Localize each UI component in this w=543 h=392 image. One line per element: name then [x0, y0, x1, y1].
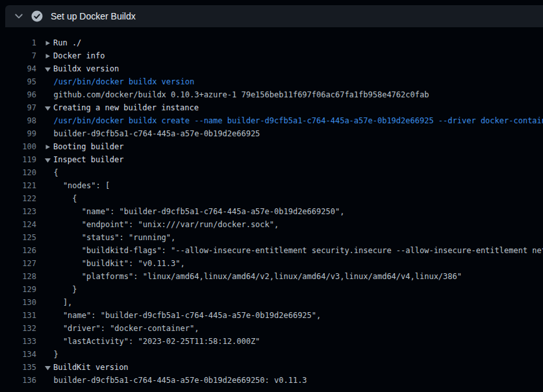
log-text-output: {	[44, 192, 77, 205]
log-line: 99 builder-d9cfb5a1-c764-445a-a57e-0b19d…	[0, 127, 543, 140]
log-line: 130 ],	[0, 296, 543, 309]
log-line: 97Creating a new builder instance	[0, 101, 543, 114]
line-number[interactable]: 130	[0, 296, 36, 309]
triangle-down-icon	[44, 104, 51, 112]
group-title: Buildx version	[53, 62, 119, 75]
log-text-output: ],	[44, 296, 72, 309]
group-title: Run ./	[53, 36, 81, 49]
log-line: 96 github.com/docker/buildx 0.10.3+azure…	[0, 88, 543, 101]
log-line: 129 }	[0, 283, 543, 296]
log-group-header[interactable]: BuildKit version	[44, 361, 129, 374]
log-line: 131 "name": "builder-d9cfb5a1-c764-445a-…	[0, 309, 543, 322]
log-line: 119Inspect builder	[0, 153, 543, 166]
log-line: 120 {	[0, 166, 543, 179]
log-line: 126 "buildkitd-flags": "--allow-insecure…	[0, 244, 543, 257]
group-title: BuildKit version	[53, 361, 129, 374]
log-text-output: "driver": "docker-container",	[44, 322, 199, 335]
log-line: 133 "lastActivity": "2023-02-25T11:58:12…	[0, 335, 543, 348]
log-line: 135BuildKit version	[0, 361, 543, 374]
log-text-output: builder-d9cfb5a1-c764-445a-a57e-0b19d2e6…	[44, 127, 260, 140]
line-number[interactable]: 121	[0, 179, 36, 192]
log-line: 1Run ./	[0, 36, 543, 49]
line-number[interactable]: 95	[0, 75, 36, 88]
line-number[interactable]: 129	[0, 283, 36, 296]
log-line: 95 /usr/bin/docker buildx version	[0, 75, 543, 88]
log-group-header[interactable]: Creating a new builder instance	[44, 101, 199, 114]
line-number[interactable]: 131	[0, 309, 36, 322]
log-text-output: }	[44, 348, 58, 361]
log-text-output: builder-d9cfb5a1-c764-445a-a57e-0b19d2e6…	[44, 374, 307, 387]
triangle-down-icon	[44, 66, 51, 73]
check-circle-icon	[31, 10, 43, 22]
log-line: 121 "nodes": [	[0, 179, 543, 192]
log-line: 94Buildx version	[0, 62, 543, 75]
line-number[interactable]: 132	[0, 322, 36, 335]
step-header[interactable]: Set up Docker Buildx	[5, 5, 543, 27]
log-text-output: "name": "builder-d9cfb5a1-c764-445a-a57e…	[44, 205, 344, 218]
line-number[interactable]: 122	[0, 192, 36, 205]
log-line: 136 builder-d9cfb5a1-c764-445a-a57e-0b19…	[0, 374, 543, 387]
triangle-down-icon	[44, 364, 51, 371]
log-text-output: "status": "running",	[44, 231, 175, 244]
line-number[interactable]: 1	[0, 36, 36, 49]
group-title: Creating a new builder instance	[53, 101, 199, 114]
line-number[interactable]: 133	[0, 335, 36, 348]
log-line: 123 "name": "builder-d9cfb5a1-c764-445a-…	[0, 205, 543, 218]
log-line: 128 "platforms": "linux/amd64,linux/amd6…	[0, 270, 543, 283]
log-line: 122 {	[0, 192, 543, 205]
log-text-output: "lastActivity": "2023-02-25T11:58:12.000…	[44, 335, 260, 348]
line-number[interactable]: 134	[0, 348, 36, 361]
log-group-header[interactable]: Buildx version	[44, 62, 119, 75]
log-line: 98 /usr/bin/docker buildx create --name …	[0, 114, 543, 127]
triangle-right-icon	[44, 40, 51, 47]
log-group-header[interactable]: Inspect builder	[44, 153, 123, 166]
log-text-output: github.com/docker/buildx 0.10.3+azure-1 …	[44, 88, 429, 101]
triangle-down-icon	[44, 156, 51, 164]
triangle-right-icon	[44, 53, 51, 60]
chevron-down-icon[interactable]	[14, 11, 24, 21]
log-line: 100Booting builder	[0, 140, 543, 153]
line-number[interactable]: 127	[0, 257, 36, 270]
log-text-command: /usr/bin/docker buildx version	[44, 75, 194, 88]
line-number[interactable]: 96	[0, 88, 36, 101]
log-group-header[interactable]: Docker info	[44, 49, 105, 62]
log-text-output: "buildkit": "v0.11.3",	[44, 257, 185, 270]
log-text-output: }	[44, 283, 77, 296]
line-number[interactable]: 128	[0, 270, 36, 283]
line-number[interactable]: 94	[0, 62, 36, 75]
line-number[interactable]: 126	[0, 244, 36, 257]
line-number[interactable]: 100	[0, 140, 36, 153]
step-title: Set up Docker Buildx	[51, 11, 136, 21]
line-number[interactable]: 7	[0, 49, 36, 62]
log-text-output: "platforms": "linux/amd64,linux/amd64/v2…	[44, 270, 462, 283]
log-area: 1Run ./7Docker info94Buildx version95 /u…	[0, 27, 543, 392]
log-text-output: "name": "builder-d9cfb5a1-c764-445a-a57e…	[44, 309, 321, 322]
line-number[interactable]: 123	[0, 205, 36, 218]
log-group-header[interactable]: Booting builder	[44, 140, 123, 153]
group-title: Inspect builder	[53, 153, 123, 166]
line-number[interactable]: 124	[0, 218, 36, 231]
line-number[interactable]: 97	[0, 101, 36, 114]
log-text-output: "buildkitd-flags": "--allow-insecure-ent…	[44, 244, 543, 257]
log-group-header[interactable]: Run ./	[44, 36, 81, 49]
group-title: Docker info	[53, 49, 105, 62]
line-number[interactable]: 136	[0, 374, 36, 387]
line-number[interactable]: 119	[0, 153, 36, 166]
line-number[interactable]: 99	[0, 127, 36, 140]
line-number[interactable]: 125	[0, 231, 36, 244]
line-number[interactable]: 135	[0, 361, 36, 374]
log-line: 134 }	[0, 348, 543, 361]
log-line: 132 "driver": "docker-container",	[0, 322, 543, 335]
log-text-command: /usr/bin/docker buildx create --name bui…	[44, 114, 543, 127]
log-line: 127 "buildkit": "v0.11.3",	[0, 257, 543, 270]
log-line: 124 "endpoint": "unix:///var/run/docker.…	[0, 218, 543, 231]
line-number[interactable]: 98	[0, 114, 36, 127]
log-line: 125 "status": "running",	[0, 231, 543, 244]
log-line: 7Docker info	[0, 49, 543, 62]
log-text-output: "nodes": [	[44, 179, 110, 192]
triangle-right-icon	[44, 143, 51, 151]
group-title: Booting builder	[53, 140, 123, 153]
line-number[interactable]: 120	[0, 166, 36, 179]
log-text-output: {	[44, 166, 58, 179]
log-text-output: "endpoint": "unix:///var/run/docker.sock…	[44, 218, 279, 231]
